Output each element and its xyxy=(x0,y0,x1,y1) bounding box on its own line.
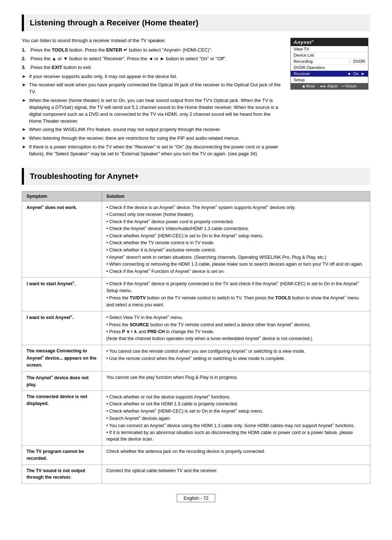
solution-cell: • Check if the Anynet+ device is properl… xyxy=(102,278,370,311)
solution-cell: • You cannot use the remote control when… xyxy=(102,345,370,371)
symptom-cell: The TV program cannot be recorded. xyxy=(22,446,102,465)
section1-heading-text: Listening through a Receiver (Home theat… xyxy=(30,18,199,28)
symptom-cell: The Anynet+ device does not play. xyxy=(22,371,102,391)
step-1: 1. Press the TOOLS button. Press the ENT… xyxy=(22,47,282,53)
solution-cell: Check whether the antenna jack on the re… xyxy=(102,446,370,465)
step-1-num: 1. xyxy=(22,47,28,53)
arrow-note-4: ➤ When using the WISELINK Pro feature, s… xyxy=(22,126,282,133)
step-1-text: Press the TOOLS button. Press the ENTER … xyxy=(30,47,212,53)
solution-cell: Connect the optical cable between TV and… xyxy=(102,465,370,484)
anynet-item-dvdr-operation: DVDR Operation xyxy=(291,65,368,71)
anynet-menu-footer: ◆ Move ◄► Adjust ↩ Return xyxy=(291,83,368,89)
step-3-text: Press the EXIT button to exit. xyxy=(30,64,92,71)
solution-cell: You cannot use the play function when Pl… xyxy=(102,371,370,391)
table-row: Anynet+ does not work. • Check if the de… xyxy=(22,201,370,278)
page-footer: English - 72 xyxy=(22,494,370,502)
arrow-note-2-text: The receiver will work when you have pro… xyxy=(29,82,282,95)
table-row: I want to exit Anynet+. • Select View TV… xyxy=(22,311,370,345)
arrow-note-6: ➤ If there is a power interruption to th… xyxy=(22,144,282,158)
numbered-steps: 1. Press the TOOLS button. Press the ENT… xyxy=(22,47,282,71)
symptom-cell: I want to exit Anynet+. xyxy=(22,311,102,345)
troubleshooting-table: Symptom Solution Anynet+ does not work. … xyxy=(22,191,370,484)
arrow-sym-4: ➤ xyxy=(22,126,27,133)
step-3: 3. Press the EXIT button to exit. xyxy=(22,64,282,71)
anynet-item-setup: Setup xyxy=(291,77,368,83)
arrow-note-5: ➤ When listening through the receiver, t… xyxy=(22,135,282,142)
step-2-num: 2. xyxy=(22,56,28,62)
table-row: The TV sound is not output through the r… xyxy=(22,465,370,484)
table-row: The message Connecting to Anynet+ device… xyxy=(22,345,370,371)
arrow-note-1-text: If your receiver supports audio only, it… xyxy=(29,73,177,80)
symptom-cell: The message Connecting to Anynet+ device… xyxy=(22,345,102,371)
section2-heading-text: Troubleshooting for Anynet+ xyxy=(30,172,139,181)
symptom-cell: I want to start Anynet+. xyxy=(22,278,102,311)
step-3-num: 3. xyxy=(22,64,28,71)
anynet-item-receiver: Receiver ◄ On ► xyxy=(291,71,368,77)
col-header-solution: Solution xyxy=(102,191,370,201)
arrow-notes: ➤ If your receiver supports audio only, … xyxy=(22,73,282,158)
arrow-note-6-text: If there is a power interruption to the … xyxy=(29,144,282,158)
arrow-note-5-text: When listening through the receiver, the… xyxy=(29,135,240,142)
anynet-item-device-list: Device List xyxy=(291,52,368,58)
solution-cell: • Check if the device is an Anynet+ devi… xyxy=(102,201,370,278)
section1-intro: You can listen to sound through a receiv… xyxy=(22,38,282,43)
section1-heading: Listening through a Receiver (Home theat… xyxy=(22,15,370,31)
arrow-note-4-text: When using the WISELINK Pro feature, sou… xyxy=(29,126,221,133)
symptom-cell: Anynet+ does not work. xyxy=(22,201,102,278)
anynet-menu-box: Anynet+ View TV Device List Recording : … xyxy=(290,38,370,159)
step-2: 2. Press the ▲ or ▼ button to select "Re… xyxy=(22,56,282,62)
table-row: I want to start Anynet+. • Check if the … xyxy=(22,278,370,311)
footer-badge: English - 72 xyxy=(177,494,216,502)
arrow-note-1: ➤ If your receiver supports audio only, … xyxy=(22,73,282,80)
step-2-text: Press the ▲ or ▼ button to select "Recei… xyxy=(30,56,226,62)
solution-cell: • Select View TV in the Anynet+ menu. • … xyxy=(102,311,370,345)
anynet-menu-title: Anynet+ xyxy=(291,38,368,46)
arrow-note-2: ➤ The receiver will work when you have p… xyxy=(22,82,282,95)
anynet-item-recording: Recording : DVDR xyxy=(291,58,368,65)
arrow-sym-3: ➤ xyxy=(22,97,27,124)
symptom-cell: The TV sound is not output through the r… xyxy=(22,465,102,484)
arrow-sym-6: ➤ xyxy=(22,144,27,158)
col-header-symptom: Symptom xyxy=(22,191,102,201)
table-row: The connected device is not displayed. •… xyxy=(22,391,370,446)
arrow-sym-2: ➤ xyxy=(22,82,27,95)
anynet-item-view-tv: View TV xyxy=(291,46,368,52)
footer-label: English - 72 xyxy=(184,495,209,501)
section1-content: You can listen to sound through a receiv… xyxy=(22,38,282,159)
arrow-note-3-text: When the receiver (home theater) is set … xyxy=(29,97,282,124)
section2-heading: Troubleshooting for Anynet+ xyxy=(22,168,370,185)
arrow-note-3: ➤ When the receiver (home theater) is se… xyxy=(22,97,282,124)
table-row: The TV program cannot be recorded. Check… xyxy=(22,446,370,465)
arrow-sym-1: ➤ xyxy=(22,73,27,80)
table-row: The Anynet+ device does not play. You ca… xyxy=(22,371,370,391)
symptom-cell: The connected device is not displayed. xyxy=(22,391,102,446)
solution-cell: • Check whether or not the device suppor… xyxy=(102,391,370,446)
arrow-sym-5: ➤ xyxy=(22,135,27,142)
anynet-menu: Anynet+ View TV Device List Recording : … xyxy=(290,38,368,90)
